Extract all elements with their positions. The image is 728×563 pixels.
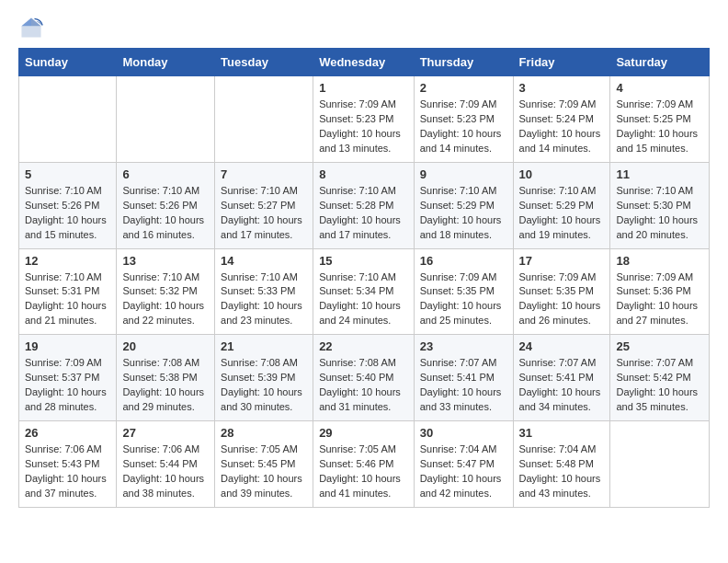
day-info: Sunrise: 7:05 AM Sunset: 5:46 PM Dayligh… (319, 442, 408, 501)
day-info: Sunrise: 7:10 AM Sunset: 5:32 PM Dayligh… (122, 270, 209, 329)
day-info: Sunrise: 7:10 AM Sunset: 5:30 PM Dayligh… (616, 184, 703, 243)
day-number: 21 (221, 339, 307, 353)
day-info: Sunrise: 7:10 AM Sunset: 5:26 PM Dayligh… (25, 184, 110, 243)
calendar-cell-4-6: 24Sunrise: 7:07 AM Sunset: 5:41 PM Dayli… (513, 335, 610, 421)
calendar-week-4: 19Sunrise: 7:09 AM Sunset: 5:37 PM Dayli… (19, 335, 710, 421)
calendar-cell-5-6: 31Sunrise: 7:04 AM Sunset: 5:48 PM Dayli… (513, 421, 610, 508)
calendar-cell-1-3 (215, 76, 313, 163)
calendar-cell-3-1: 12Sunrise: 7:10 AM Sunset: 5:31 PM Dayli… (19, 248, 117, 335)
header (18, 15, 710, 40)
day-number: 31 (519, 426, 605, 440)
calendar-cell-2-2: 6Sunrise: 7:10 AM Sunset: 5:26 PM Daylig… (117, 162, 215, 248)
day-number: 27 (122, 426, 209, 440)
day-number: 2 (420, 81, 507, 95)
day-number: 10 (519, 167, 605, 181)
calendar-cell-4-3: 21Sunrise: 7:08 AM Sunset: 5:39 PM Dayli… (215, 335, 313, 421)
calendar-week-1: 1Sunrise: 7:09 AM Sunset: 5:23 PM Daylig… (19, 76, 710, 163)
calendar-cell-1-1 (19, 76, 117, 163)
day-number: 1 (319, 81, 408, 95)
day-number: 15 (319, 254, 408, 268)
logo-icon (18, 15, 44, 40)
day-number: 30 (420, 426, 507, 440)
svg-marker-2 (22, 18, 32, 27)
day-number: 19 (25, 339, 110, 353)
day-number: 23 (420, 339, 507, 353)
day-info: Sunrise: 7:07 AM Sunset: 5:41 PM Dayligh… (420, 356, 507, 415)
day-number: 13 (122, 254, 209, 268)
day-number: 12 (25, 254, 110, 268)
day-info: Sunrise: 7:06 AM Sunset: 5:43 PM Dayligh… (25, 442, 110, 501)
calendar-cell-3-3: 14Sunrise: 7:10 AM Sunset: 5:33 PM Dayli… (215, 248, 313, 335)
day-number: 6 (122, 167, 209, 181)
day-number: 14 (221, 254, 307, 268)
day-info: Sunrise: 7:10 AM Sunset: 5:34 PM Dayligh… (319, 270, 408, 329)
calendar-cell-5-3: 28Sunrise: 7:05 AM Sunset: 5:45 PM Dayli… (215, 421, 313, 508)
day-number: 9 (420, 167, 507, 181)
calendar-cell-4-4: 22Sunrise: 7:08 AM Sunset: 5:40 PM Dayli… (313, 335, 415, 421)
calendar-cell-3-6: 17Sunrise: 7:09 AM Sunset: 5:35 PM Dayli… (513, 248, 610, 335)
day-info: Sunrise: 7:08 AM Sunset: 5:38 PM Dayligh… (122, 356, 209, 415)
calendar-header-wednesday: Wednesday (313, 49, 415, 76)
calendar-header-saturday: Saturday (610, 49, 710, 76)
calendar-cell-1-2 (117, 76, 215, 163)
day-info: Sunrise: 7:08 AM Sunset: 5:39 PM Dayligh… (221, 356, 307, 415)
day-info: Sunrise: 7:06 AM Sunset: 5:44 PM Dayligh… (122, 442, 209, 501)
calendar-cell-5-7 (610, 421, 710, 508)
day-info: Sunrise: 7:09 AM Sunset: 5:23 PM Dayligh… (420, 98, 507, 156)
calendar-cell-2-7: 11Sunrise: 7:10 AM Sunset: 5:30 PM Dayli… (610, 162, 710, 248)
day-number: 7 (221, 167, 307, 181)
calendar-cell-5-2: 27Sunrise: 7:06 AM Sunset: 5:44 PM Dayli… (117, 421, 215, 508)
calendar-header-sunday: Sunday (19, 49, 117, 76)
calendar-cell-3-4: 15Sunrise: 7:10 AM Sunset: 5:34 PM Dayli… (313, 248, 415, 335)
day-info: Sunrise: 7:10 AM Sunset: 5:28 PM Dayligh… (319, 184, 408, 243)
calendar-cell-5-5: 30Sunrise: 7:04 AM Sunset: 5:47 PM Dayli… (414, 421, 513, 508)
day-info: Sunrise: 7:10 AM Sunset: 5:29 PM Dayligh… (420, 184, 507, 243)
day-info: Sunrise: 7:09 AM Sunset: 5:35 PM Dayligh… (420, 270, 507, 329)
day-info: Sunrise: 7:10 AM Sunset: 5:26 PM Dayligh… (122, 184, 209, 243)
day-info: Sunrise: 7:09 AM Sunset: 5:23 PM Dayligh… (319, 98, 408, 156)
calendar-cell-2-5: 9Sunrise: 7:10 AM Sunset: 5:29 PM Daylig… (414, 162, 513, 248)
day-info: Sunrise: 7:10 AM Sunset: 5:27 PM Dayligh… (221, 184, 307, 243)
day-number: 18 (616, 254, 703, 268)
calendar-header-thursday: Thursday (414, 49, 513, 76)
day-number: 28 (221, 426, 307, 440)
calendar-cell-4-2: 20Sunrise: 7:08 AM Sunset: 5:38 PM Dayli… (117, 335, 215, 421)
calendar-cell-5-4: 29Sunrise: 7:05 AM Sunset: 5:46 PM Dayli… (313, 421, 415, 508)
day-info: Sunrise: 7:07 AM Sunset: 5:42 PM Dayligh… (616, 356, 703, 415)
day-number: 8 (319, 167, 408, 181)
day-number: 11 (616, 167, 703, 181)
calendar-cell-5-1: 26Sunrise: 7:06 AM Sunset: 5:43 PM Dayli… (19, 421, 117, 508)
day-number: 26 (25, 426, 110, 440)
calendar-cell-3-7: 18Sunrise: 7:09 AM Sunset: 5:36 PM Dayli… (610, 248, 710, 335)
day-number: 20 (122, 339, 209, 353)
calendar-cell-3-2: 13Sunrise: 7:10 AM Sunset: 5:32 PM Dayli… (117, 248, 215, 335)
day-number: 4 (616, 81, 703, 95)
day-number: 25 (616, 339, 703, 353)
calendar-cell-3-5: 16Sunrise: 7:09 AM Sunset: 5:35 PM Dayli… (414, 248, 513, 335)
calendar-cell-1-4: 1Sunrise: 7:09 AM Sunset: 5:23 PM Daylig… (313, 76, 415, 163)
day-info: Sunrise: 7:04 AM Sunset: 5:47 PM Dayligh… (420, 442, 507, 501)
day-info: Sunrise: 7:09 AM Sunset: 5:36 PM Dayligh… (616, 270, 703, 329)
day-info: Sunrise: 7:09 AM Sunset: 5:25 PM Dayligh… (616, 98, 703, 156)
calendar-cell-2-4: 8Sunrise: 7:10 AM Sunset: 5:28 PM Daylig… (313, 162, 415, 248)
day-info: Sunrise: 7:10 AM Sunset: 5:33 PM Dayligh… (221, 270, 307, 329)
day-info: Sunrise: 7:10 AM Sunset: 5:29 PM Dayligh… (519, 184, 605, 243)
svg-rect-3 (22, 26, 41, 37)
calendar-cell-4-7: 25Sunrise: 7:07 AM Sunset: 5:42 PM Dayli… (610, 335, 710, 421)
calendar-week-3: 12Sunrise: 7:10 AM Sunset: 5:31 PM Dayli… (19, 248, 710, 335)
calendar-header-row: SundayMondayTuesdayWednesdayThursdayFrid… (19, 49, 710, 76)
day-info: Sunrise: 7:09 AM Sunset: 5:37 PM Dayligh… (25, 356, 110, 415)
calendar-table: SundayMondayTuesdayWednesdayThursdayFrid… (18, 48, 710, 508)
calendar-cell-4-5: 23Sunrise: 7:07 AM Sunset: 5:41 PM Dayli… (414, 335, 513, 421)
calendar-header-monday: Monday (117, 49, 215, 76)
calendar-cell-2-3: 7Sunrise: 7:10 AM Sunset: 5:27 PM Daylig… (215, 162, 313, 248)
calendar-cell-1-5: 2Sunrise: 7:09 AM Sunset: 5:23 PM Daylig… (414, 76, 513, 163)
day-number: 17 (519, 254, 605, 268)
calendar-header-friday: Friday (513, 49, 610, 76)
day-number: 5 (25, 167, 110, 181)
calendar-header-tuesday: Tuesday (215, 49, 313, 76)
day-info: Sunrise: 7:10 AM Sunset: 5:31 PM Dayligh… (25, 270, 110, 329)
logo (18, 15, 48, 40)
calendar-cell-1-6: 3Sunrise: 7:09 AM Sunset: 5:24 PM Daylig… (513, 76, 610, 163)
day-number: 22 (319, 339, 408, 353)
